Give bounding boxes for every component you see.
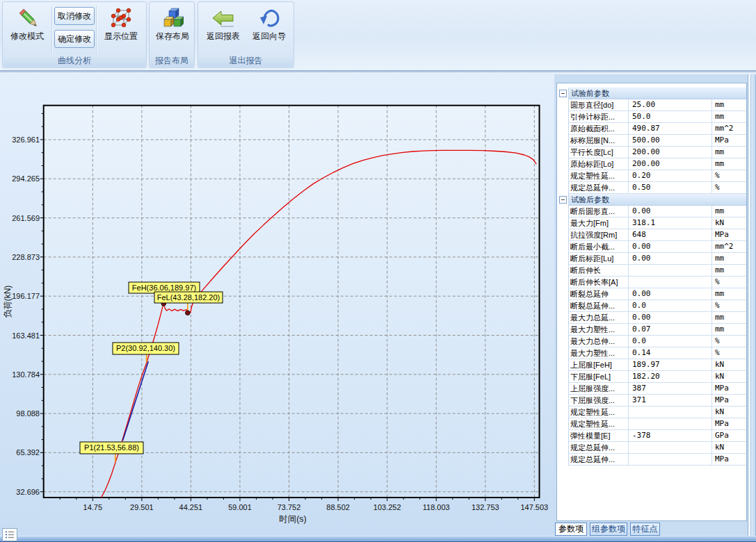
confirm-modify-button[interactable]: 确定修改	[54, 30, 95, 48]
param-value[interactable]: 0.00	[629, 288, 712, 300]
param-row[interactable]: 下屈服强度...371MPa	[557, 395, 746, 406]
param-value[interactable]: 0.00	[629, 241, 712, 253]
param-value[interactable]: 490.87	[629, 123, 712, 135]
param-label: 下屈服强度...	[569, 395, 629, 406]
param-row[interactable]: 圆形直径[do]25.00mm	[557, 99, 746, 111]
param-label: 最大力总延...	[569, 312, 629, 324]
param-value[interactable]	[629, 277, 712, 288]
row-gutter	[557, 347, 569, 359]
param-value[interactable]: 0.00	[629, 312, 712, 324]
param-row[interactable]: 规定塑性延...kN	[557, 406, 746, 418]
param-row[interactable]: 最大力总伸...0.0%	[557, 336, 746, 347]
x-tick-label: 118.003	[423, 503, 450, 511]
param-unit: MPa	[712, 383, 746, 395]
legend-list-button[interactable]	[2, 528, 17, 541]
param-row[interactable]: 上屈服[FeH]189.97kN	[557, 359, 746, 371]
row-gutter	[557, 383, 569, 395]
param-value[interactable]: 648	[629, 229, 712, 241]
param-label: 最大力总伸...	[569, 336, 629, 347]
param-value[interactable]: 200.00	[629, 158, 712, 170]
param-unit: mm	[712, 324, 746, 336]
param-row[interactable]: 断后最小截...0.00mm^2	[557, 241, 746, 253]
param-row[interactable]: 规定总延伸...0.50%	[557, 182, 746, 194]
y-tick-label: 98.088	[16, 409, 40, 418]
param-value[interactable]	[629, 454, 712, 466]
param-row[interactable]: 规定塑性延...0.20%	[557, 170, 746, 182]
parameters-panel: 试验前参数圆形直径[do]25.00mm引伸计标距...50.0mm原始截面积.…	[556, 83, 747, 521]
row-gutter	[557, 135, 569, 147]
param-row[interactable]: 抗拉强度[Rm]648MPa	[557, 229, 746, 241]
param-value[interactable]: 25.00	[629, 99, 712, 111]
param-value[interactable]	[629, 406, 712, 418]
param-value[interactable]: 50.0	[629, 111, 712, 123]
param-label: 规定总延伸...	[569, 454, 629, 466]
param-row[interactable]: 断后圆形直...0.00mm	[557, 206, 746, 217]
x-axis-title: 时间(s)	[279, 514, 307, 524]
tab-feature-points[interactable]: 特征点	[630, 523, 660, 536]
cancel-modify-button[interactable]: 取消修改	[54, 7, 95, 25]
return-wizard-button[interactable]: 返回向导	[247, 4, 291, 56]
param-row[interactable]: 标称屈服[N...500.00MPa	[557, 135, 746, 147]
param-row[interactable]: 原始标距[Lo]200.00mm	[557, 158, 746, 170]
row-gutter	[557, 147, 569, 158]
collapse-icon[interactable]	[559, 90, 567, 97]
tab-group-params[interactable]: 组参数项	[590, 523, 627, 536]
param-row[interactable]: 弹性模量[E]-378GPa	[557, 430, 746, 442]
param-unit: MPa	[712, 418, 746, 430]
param-value[interactable]	[629, 442, 712, 454]
param-value[interactable]: 0.14	[629, 347, 712, 359]
param-unit: mm	[712, 253, 746, 265]
param-row[interactable]: 最大力总延...0.00mm	[557, 312, 746, 324]
right-scroll-strip[interactable]	[748, 74, 756, 536]
row-gutter	[557, 454, 569, 466]
param-value[interactable]: 371	[629, 395, 712, 406]
param-row[interactable]: 原始截面积...490.87mm^2	[557, 123, 746, 135]
param-row[interactable]: 最大力塑性...0.14%	[557, 347, 746, 359]
param-group-header[interactable]: 试验前参数	[557, 88, 746, 99]
param-row[interactable]: 断后标距[Lu]0.00mm	[557, 253, 746, 265]
param-value[interactable]: 0.20	[629, 170, 712, 182]
param-value[interactable]: 0.00	[629, 206, 712, 217]
tab-params-label: 参数项	[558, 523, 584, 535]
param-value[interactable]: 200.00	[629, 147, 712, 158]
param-value[interactable]: 500.00	[629, 135, 712, 147]
return-report-button[interactable]: 返回报表	[202, 4, 245, 56]
param-row[interactable]: 下屈服[FeL]182.20kN	[557, 371, 746, 383]
param-unit: mm	[712, 99, 746, 111]
param-row[interactable]: 引伸计标距...50.0mm	[557, 111, 746, 123]
param-value[interactable]: 189.97	[629, 359, 712, 371]
param-value[interactable]: 318.1	[629, 217, 712, 229]
param-value[interactable]: 0.00	[629, 253, 712, 265]
modify-mode-button[interactable]: 修改模式	[5, 4, 49, 56]
save-layout-button[interactable]: 保存布局	[151, 4, 194, 56]
param-row[interactable]: 最大力塑性...0.07mm	[557, 324, 746, 336]
param-unit: mm^2	[712, 241, 746, 253]
param-value[interactable]: 0.0	[629, 300, 712, 312]
param-row[interactable]: 规定塑性延...MPa	[557, 418, 746, 430]
show-position-button[interactable]: 显示位置	[98, 4, 144, 56]
tab-params[interactable]: 参数项	[555, 523, 587, 536]
param-label: 弹性模量[E]	[569, 430, 629, 442]
param-value[interactable]: 0.07	[629, 324, 712, 336]
param-value[interactable]: 0.50	[629, 182, 712, 194]
plot-area	[44, 106, 540, 498]
param-row[interactable]: 规定总延伸...MPa	[557, 454, 746, 466]
param-value[interactable]	[629, 418, 712, 430]
param-row[interactable]: 上屈服强度...387MPa	[557, 383, 746, 395]
param-row[interactable]: 断裂总延伸...0.0%	[557, 300, 746, 312]
list-icon	[5, 530, 15, 539]
param-value[interactable]	[629, 265, 712, 277]
param-value[interactable]: 0.0	[629, 336, 712, 347]
param-value[interactable]: 387	[629, 383, 712, 395]
param-row[interactable]: 断后伸长率[A]%	[557, 277, 746, 288]
status-bar	[0, 536, 756, 542]
param-group-header[interactable]: 试验后参数	[557, 194, 746, 206]
param-row[interactable]: 最大力[Fm]318.1kN	[557, 217, 746, 229]
param-row[interactable]: 断后伸长mm	[557, 265, 746, 277]
param-value[interactable]: 182.20	[629, 371, 712, 383]
param-row[interactable]: 规定总延伸...kN	[557, 442, 746, 454]
param-value[interactable]: -378	[629, 430, 712, 442]
collapse-icon[interactable]	[559, 196, 567, 204]
param-row[interactable]: 平行长度[Lc]200.00mm	[557, 147, 746, 158]
param-row[interactable]: 断裂总延伸0.00mm	[557, 288, 746, 300]
